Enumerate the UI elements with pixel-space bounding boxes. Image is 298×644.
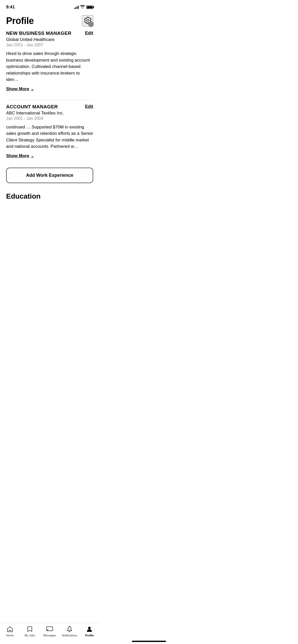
page-title: Profile	[6, 16, 34, 26]
work-entry-header-1: ACCOUNT MANAGER Edit	[6, 104, 93, 110]
education-section-title: Education	[6, 192, 93, 200]
signal-icon	[74, 5, 79, 9]
work-entry-header-0: NEW BUSINESS MANAGER Edit	[6, 31, 93, 36]
status-time: 9:41	[6, 5, 15, 10]
company-name-0: Global United Healthcare	[6, 37, 93, 42]
work-entry-1: ACCOUNT MANAGER Edit ABC International T…	[6, 104, 93, 163]
job-description-1: continued … Supported $70M in existing s…	[6, 124, 93, 150]
scroll-area: NEW BUSINESS MANAGER Edit Global United …	[0, 31, 99, 225]
company-name-1: ABC International Textiles Inc.	[6, 111, 93, 116]
content-area: NEW BUSINESS MANAGER Edit Global United …	[0, 31, 99, 183]
entry-divider	[6, 100, 93, 100]
job-title-0: NEW BUSINESS MANAGER	[6, 31, 85, 36]
job-description-0: Hired to drive sales through strategic b…	[6, 50, 93, 83]
add-work-experience-button[interactable]: Add Work Experience	[6, 168, 93, 183]
work-entry-0: NEW BUSINESS MANAGER Edit Global United …	[6, 31, 93, 96]
show-more-button-1[interactable]: Show More ⌄	[6, 153, 34, 158]
chevron-down-icon-2: ⌄	[31, 154, 34, 158]
header: Profile	[0, 13, 99, 31]
settings-dot	[88, 21, 94, 27]
status-bar: 9:41	[0, 0, 99, 13]
show-more-button-0[interactable]: Show More ⌄	[6, 86, 34, 92]
date-range-0: Jan 2001 - Jan 2007	[6, 43, 93, 47]
edit-button-0[interactable]: Edit	[85, 31, 93, 36]
edit-button-1[interactable]: Edit	[85, 104, 93, 109]
education-section: Education	[0, 188, 99, 200]
date-range-1: Jan 2001 - Jan 2004	[6, 116, 93, 121]
battery-icon	[86, 6, 93, 9]
settings-button[interactable]	[82, 15, 93, 26]
status-icons	[74, 5, 93, 9]
job-title-1: ACCOUNT MANAGER	[6, 104, 85, 110]
chevron-down-icon: ⌄	[31, 87, 34, 91]
wifi-icon	[80, 5, 85, 9]
